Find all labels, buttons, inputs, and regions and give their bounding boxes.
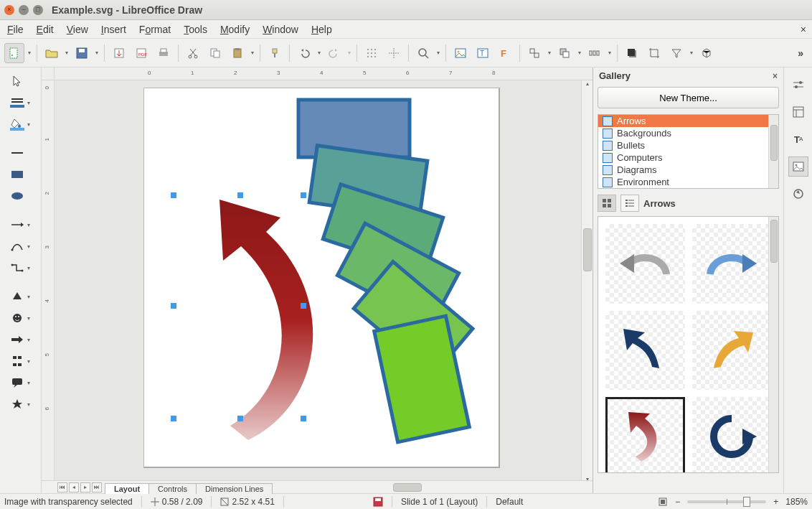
line-color-dropdown[interactable]: ▾ bbox=[27, 100, 34, 106]
crop-button[interactable] bbox=[644, 43, 664, 63]
save-dropdown[interactable]: ▾ bbox=[94, 50, 100, 56]
menu-view[interactable]: View bbox=[67, 24, 88, 35]
horizontal-ruler[interactable]: 0 1 2 3 4 5 6 7 8 bbox=[55, 67, 593, 80]
window-close-button[interactable]: × bbox=[4, 5, 14, 15]
line-tool[interactable] bbox=[7, 144, 27, 162]
select-tool[interactable] bbox=[7, 72, 27, 90]
paste-button[interactable] bbox=[227, 43, 247, 63]
zoom-dropdown[interactable]: ▾ bbox=[435, 50, 441, 56]
callout-tool[interactable] bbox=[7, 373, 27, 392]
filter-dropdown[interactable]: ▾ bbox=[689, 50, 694, 56]
block-arrows-tool[interactable] bbox=[7, 330, 27, 349]
arrange-dropdown[interactable]: ▾ bbox=[577, 50, 582, 56]
gallery-category-environment[interactable]: Environment bbox=[598, 176, 778, 188]
insert-textbox-button[interactable]: T bbox=[473, 43, 493, 63]
menu-window[interactable]: Window bbox=[263, 24, 298, 35]
gallery-item-navy-arrow[interactable] bbox=[605, 311, 685, 391]
fill-color-dropdown[interactable]: ▾ bbox=[27, 121, 34, 128]
document-close-icon[interactable]: × bbox=[801, 24, 806, 35]
sidebar-styles-icon[interactable]: TA bbox=[788, 129, 808, 149]
arrow-tool[interactable] bbox=[7, 215, 27, 234]
distribute-dropdown[interactable]: ▾ bbox=[607, 50, 613, 56]
slide-first-button[interactable]: ⏮ bbox=[57, 482, 67, 492]
gallery-category-arrows[interactable]: Arrows bbox=[598, 115, 778, 127]
cut-button[interactable] bbox=[183, 43, 203, 63]
block-arrows-dropdown[interactable]: ▾ bbox=[27, 337, 34, 343]
sidebar-gallery-icon[interactable] bbox=[788, 157, 808, 177]
arrange-button[interactable] bbox=[554, 43, 575, 63]
menu-help[interactable]: Help bbox=[311, 24, 332, 35]
drawing-canvas[interactable] bbox=[55, 80, 581, 480]
helplines-button[interactable] bbox=[384, 43, 404, 63]
new-document-button[interactable] bbox=[4, 43, 24, 63]
menu-insert[interactable]: Insert bbox=[101, 24, 126, 35]
flowchart-dropdown[interactable]: ▾ bbox=[27, 358, 34, 365]
sidebar-settings-icon[interactable] bbox=[788, 75, 808, 95]
slide-last-button[interactable]: ⏭ bbox=[92, 482, 102, 492]
tab-controls[interactable]: Controls bbox=[148, 483, 197, 494]
flowchart-tool[interactable] bbox=[7, 352, 27, 370]
grid-button[interactable] bbox=[362, 43, 382, 63]
paste-dropdown[interactable]: ▾ bbox=[250, 50, 255, 56]
sidebar-navigator-icon[interactable] bbox=[788, 184, 808, 204]
gallery-item-blue-curve-arrow[interactable] bbox=[692, 224, 772, 304]
basic-shapes-dropdown[interactable]: ▾ bbox=[27, 294, 34, 300]
redo-button[interactable] bbox=[324, 43, 344, 63]
curve-tool-dropdown[interactable]: ▾ bbox=[27, 243, 34, 250]
tab-layout[interactable]: Layout bbox=[105, 483, 149, 494]
gallery-category-backgrounds[interactable]: Backgrounds bbox=[598, 127, 778, 139]
connector-tool-dropdown[interactable]: ▾ bbox=[27, 265, 34, 271]
gallery-item-navy-circle-arrow[interactable] bbox=[692, 397, 772, 473]
stars-dropdown[interactable]: ▾ bbox=[27, 401, 34, 408]
clone-formatting-button[interactable] bbox=[265, 43, 285, 63]
export-pdf-button[interactable]: PDF bbox=[131, 43, 151, 63]
curve-tool[interactable] bbox=[7, 237, 27, 256]
gallery-item-gray-curve-arrow[interactable] bbox=[605, 224, 685, 304]
save-indicator-icon[interactable] bbox=[373, 497, 383, 507]
zoom-percent[interactable]: 185% bbox=[785, 497, 808, 507]
shadow-button[interactable] bbox=[622, 43, 642, 63]
undo-button[interactable] bbox=[294, 43, 314, 63]
open-dropdown[interactable]: ▾ bbox=[64, 50, 70, 56]
insert-fontwork-button[interactable]: F bbox=[495, 43, 515, 63]
undo-dropdown[interactable]: ▾ bbox=[316, 50, 322, 56]
gallery-category-bullets[interactable]: Bullets bbox=[598, 139, 778, 151]
gallery-close-icon[interactable]: × bbox=[773, 71, 778, 81]
basic-shapes-tool[interactable] bbox=[7, 287, 27, 306]
line-color-tool[interactable] bbox=[7, 93, 27, 112]
ellipse-tool[interactable] bbox=[7, 187, 27, 205]
gallery-category-diagrams[interactable]: Diagrams bbox=[598, 164, 778, 176]
zoom-button[interactable] bbox=[413, 43, 433, 63]
zoom-slider[interactable] bbox=[687, 500, 766, 503]
gallery-item-orange-arrow[interactable] bbox=[692, 311, 772, 391]
fill-color-tool[interactable] bbox=[7, 115, 27, 134]
slide-prev-button[interactable]: ◂ bbox=[69, 482, 79, 492]
window-maximize-button[interactable]: □ bbox=[33, 5, 43, 15]
connector-tool[interactable] bbox=[7, 258, 27, 277]
menu-modify[interactable]: Modify bbox=[220, 24, 250, 35]
rectangle-tool[interactable] bbox=[7, 165, 27, 184]
horizontal-scrollbar[interactable] bbox=[272, 481, 593, 493]
page[interactable] bbox=[143, 88, 500, 468]
export-button[interactable] bbox=[109, 43, 129, 63]
align-button[interactable] bbox=[524, 43, 544, 63]
align-dropdown[interactable]: ▾ bbox=[547, 50, 552, 56]
distribute-button[interactable] bbox=[585, 43, 605, 63]
callout-dropdown[interactable]: ▾ bbox=[27, 380, 34, 386]
copy-button[interactable] bbox=[205, 43, 225, 63]
gallery-category-computers[interactable]: Computers bbox=[598, 151, 778, 164]
gallery-item-red-curve-arrow[interactable] bbox=[605, 397, 685, 473]
insert-image-button[interactable] bbox=[450, 43, 471, 63]
sidebar-properties-icon[interactable] bbox=[788, 102, 808, 122]
tab-dimension[interactable]: Dimension Lines bbox=[196, 483, 273, 494]
filter-button[interactable] bbox=[666, 43, 686, 63]
zoom-out-button[interactable]: − bbox=[675, 497, 680, 507]
window-minimize-button[interactable]: − bbox=[19, 5, 29, 15]
menu-format[interactable]: Format bbox=[139, 24, 171, 35]
new-theme-button[interactable]: New Theme... bbox=[598, 87, 779, 108]
vertical-scrollbar[interactable]: ▴ ▾ bbox=[581, 80, 593, 480]
save-button[interactable] bbox=[72, 43, 92, 63]
gallery-icon-view-button[interactable] bbox=[598, 195, 616, 212]
new-document-dropdown[interactable]: ▾ bbox=[27, 50, 32, 56]
slide-next-button[interactable]: ▸ bbox=[80, 482, 90, 492]
